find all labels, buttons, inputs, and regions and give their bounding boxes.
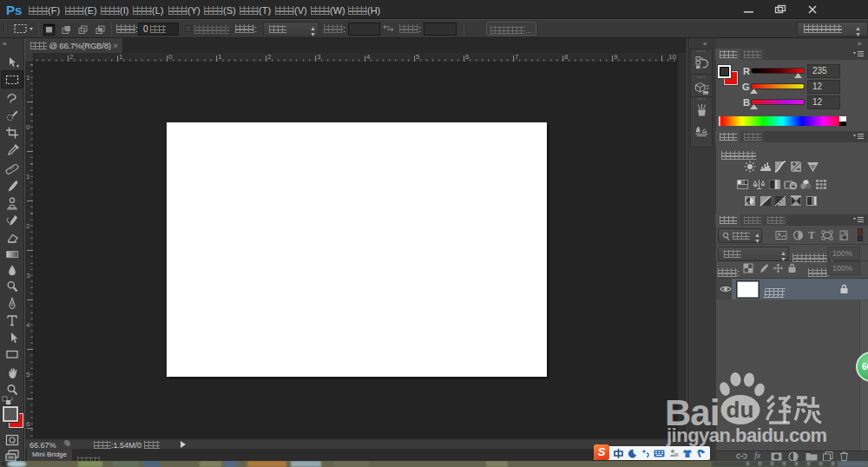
svg-text:du: du	[727, 397, 754, 423]
